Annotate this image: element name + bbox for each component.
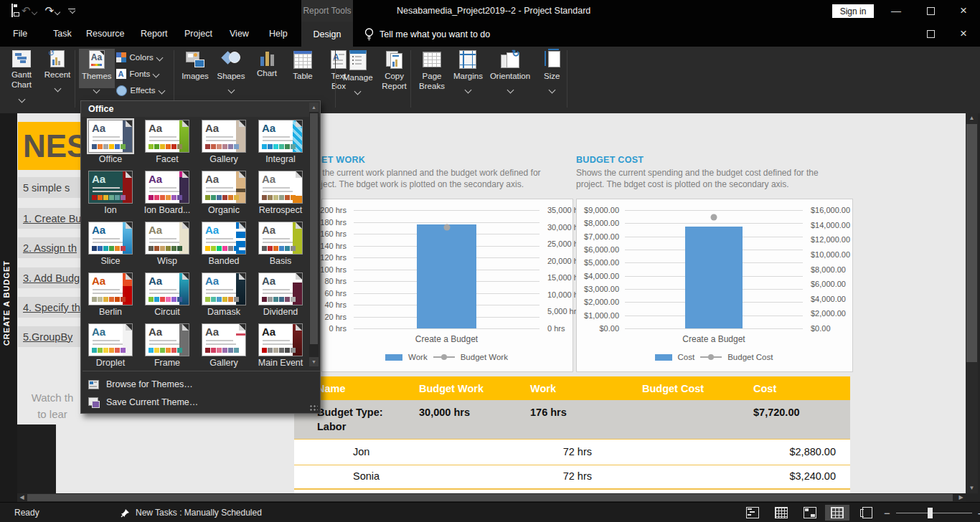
- theme-label: Basis: [253, 256, 308, 266]
- theme-card-ion-board-[interactable]: Aa: [145, 171, 189, 204]
- axis-tick-secondary: 5,000 hrs: [547, 307, 580, 315]
- theme-card-damask[interactable]: Aa: [202, 272, 246, 305]
- theme-card-basis[interactable]: Aa: [258, 222, 303, 255]
- theme-card-circuit[interactable]: Aa: [145, 272, 189, 305]
- horizontal-scrollbar[interactable]: ◀ ▶: [17, 493, 966, 502]
- doc-close-button[interactable]: ×: [951, 23, 976, 44]
- theme-card-frame[interactable]: Aa: [145, 323, 189, 356]
- theme-card-ion[interactable]: Aa: [88, 171, 133, 204]
- scroll-up-icon[interactable]: ▲: [966, 113, 978, 123]
- sidebar-step-5[interactable]: 5.GroupBy: [18, 326, 89, 347]
- theme-label: Droplet: [83, 358, 138, 368]
- theme-card-gallery[interactable]: Aa: [202, 323, 246, 356]
- budget-work-chart[interactable]: 200 hrs180 hrs160 hrs140 hrs120 hrs100 h…: [321, 199, 573, 372]
- theme-card-facet[interactable]: Aa: [145, 120, 189, 153]
- sidebar-step-1[interactable]: 1. Create Bu: [18, 208, 89, 229]
- theme-card-banded[interactable]: Aa: [202, 222, 246, 255]
- view-report-button-active[interactable]: [825, 505, 849, 521]
- gallery-scrollbar-thumb[interactable]: [310, 113, 318, 344]
- sidebar-step-2[interactable]: 2. Assign th: [18, 237, 89, 258]
- tab-help[interactable]: Help: [265, 22, 292, 47]
- table-cell: [636, 440, 748, 465]
- tab-task[interactable]: Task: [49, 22, 76, 47]
- dropdown-resize-grip[interactable]: [309, 404, 318, 412]
- gridline: [625, 328, 803, 329]
- theme-label: Slice: [83, 256, 138, 266]
- browse-for-themes-item[interactable]: Browse for Themes…: [81, 375, 320, 393]
- gallery-scroll-up-icon[interactable]: ▲: [309, 103, 319, 112]
- axis-tick-primary: $3,000.00: [584, 285, 619, 293]
- view-resource-sheet-button[interactable]: [855, 505, 880, 521]
- tab-file[interactable]: File: [9, 22, 32, 47]
- zoom-slider[interactable]: [896, 513, 972, 513]
- colors-button[interactable]: Colors: [116, 51, 164, 64]
- minimize-button[interactable]: —: [884, 0, 908, 22]
- theme-card-main-event[interactable]: Aa: [258, 323, 303, 356]
- customize-quick-access-icon[interactable]: [68, 9, 75, 13]
- margins-button[interactable]: Margins: [451, 49, 486, 88]
- orientation-button[interactable]: ↻ Orientation: [487, 49, 533, 88]
- sidebar-step-3[interactable]: 3. Add Budg: [18, 267, 89, 288]
- vertical-scrollbar[interactable]: ▲ ▼: [966, 113, 978, 493]
- view-team-planner-button[interactable]: [798, 505, 822, 521]
- axis-tick-primary: 100 hrs: [320, 265, 347, 274]
- horizontal-scrollbar-thumb[interactable]: [27, 494, 953, 501]
- theme-card-retrospect[interactable]: Aa: [258, 171, 303, 204]
- theme-card-droplet[interactable]: Aa: [88, 323, 133, 356]
- gallery-scroll-down-icon[interactable]: ▼: [309, 357, 319, 366]
- gantt-chart-button[interactable]: Gantt Chart: [4, 49, 39, 98]
- table-row-0[interactable]: Budget Type: Labor30,000 hrs176 hrs$7,72…: [294, 400, 850, 439]
- doc-restore-button[interactable]: [918, 23, 943, 44]
- table-row-2[interactable]: Sonia72 hrs$3,240.00: [294, 465, 850, 489]
- budget-cost-chart[interactable]: $9,000.00$8,000.00$7,000.00$6,000.00$5,0…: [576, 199, 853, 372]
- sidebar-step-4[interactable]: 4. Specify th: [18, 297, 89, 318]
- zoom-out-icon[interactable]: −: [884, 507, 890, 519]
- axis-tick-secondary: $4,000.00: [811, 295, 846, 303]
- zoom-slider-handle[interactable]: [928, 508, 933, 518]
- copy-report-button[interactable]: Copy Report: [377, 49, 412, 93]
- save-icon[interactable]: [11, 4, 13, 17]
- save-current-theme-item[interactable]: Save Current Theme…: [81, 393, 320, 411]
- tab-resource[interactable]: Resource: [82, 22, 129, 47]
- shapes-button[interactable]: Shapes: [214, 49, 248, 88]
- effects-button[interactable]: Effects: [116, 84, 164, 97]
- tell-me-box[interactable]: Tell me what you want to do: [364, 22, 490, 47]
- table-row-1[interactable]: Jon72 hrs$2,880.00: [294, 439, 850, 465]
- manage-button[interactable]: Manage: [340, 49, 376, 90]
- page-breaks-button[interactable]: Page Breaks: [415, 49, 449, 93]
- tab-design-active[interactable]: Design: [301, 22, 353, 47]
- tab-view[interactable]: View: [225, 22, 253, 47]
- restore-button[interactable]: [918, 0, 943, 22]
- undo-icon[interactable]: ↶: [22, 0, 37, 22]
- chart-button[interactable]: Chart: [250, 49, 284, 80]
- themes-gallery-scrollbar[interactable]: ▲ ▼: [309, 103, 319, 366]
- view-gantt-button[interactable]: [740, 505, 765, 521]
- theme-card-gallery[interactable]: Aa: [202, 120, 246, 153]
- themes-button[interactable]: Aa Themes: [79, 49, 115, 88]
- chart-icon: [259, 50, 275, 66]
- theme-card-integral[interactable]: Aa: [258, 120, 303, 153]
- recent-button[interactable]: ↺ Recent: [40, 49, 75, 87]
- view-task-usage-button[interactable]: [769, 505, 793, 521]
- status-new-tasks[interactable]: New Tasks : Manually Scheduled: [121, 503, 262, 522]
- theme-card-slice[interactable]: Aa: [88, 222, 133, 255]
- theme-card-wisp[interactable]: Aa: [145, 222, 189, 255]
- sign-in-button[interactable]: Sign in: [832, 4, 874, 18]
- vertical-scrollbar-thumb[interactable]: [966, 124, 977, 362]
- theme-card-office[interactable]: Aa: [88, 120, 133, 153]
- scroll-right-icon[interactable]: ▶: [956, 493, 966, 502]
- redo-icon[interactable]: ↷: [45, 0, 60, 22]
- theme-card-berlin[interactable]: Aa: [88, 272, 133, 305]
- theme-card-dividend[interactable]: Aa: [258, 272, 303, 305]
- table-button[interactable]: Table: [286, 49, 320, 82]
- tab-project[interactable]: Project: [180, 22, 217, 47]
- manage-icon: [349, 50, 367, 70]
- close-button[interactable]: ×: [951, 0, 976, 22]
- scroll-left-icon[interactable]: ◀: [17, 493, 27, 502]
- images-button[interactable]: Images: [178, 49, 212, 82]
- fonts-button[interactable]: A Fonts: [116, 67, 164, 80]
- size-button[interactable]: Size: [534, 49, 569, 88]
- theme-card-organic[interactable]: Aa: [202, 171, 246, 204]
- tab-report[interactable]: Report: [136, 22, 172, 47]
- scroll-down-icon[interactable]: ▼: [966, 483, 978, 493]
